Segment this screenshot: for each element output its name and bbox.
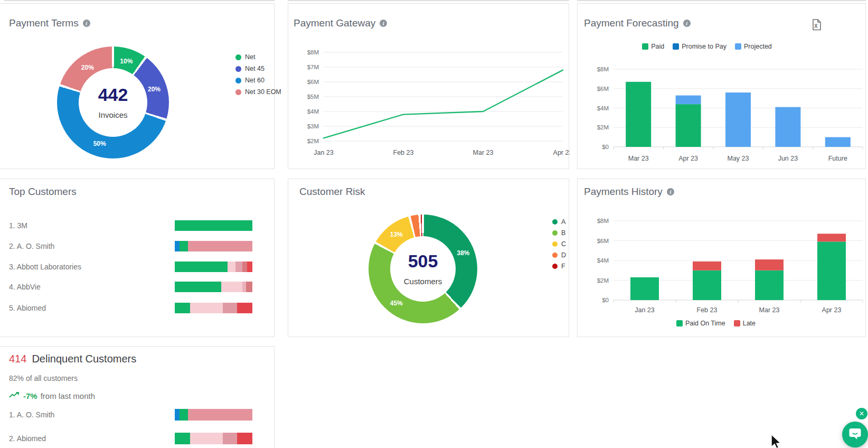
- customer-bar[interactable]: [175, 262, 252, 272]
- legend-item[interactable]: Net 45: [235, 63, 281, 74]
- y-axis-label: $3M: [307, 123, 319, 129]
- bar-segment: [180, 241, 188, 251]
- legend-label: Paid: [651, 43, 664, 50]
- y-axis-label: $0: [602, 297, 609, 303]
- legend-square-icon: [676, 320, 683, 326]
- bar-segment: [188, 409, 252, 421]
- bar-segment[interactable]: [755, 270, 784, 300]
- history-legend: Paid On TimeLate: [578, 320, 854, 327]
- card-title: Payment Gateway: [294, 17, 375, 29]
- bar-segment[interactable]: [626, 82, 651, 147]
- invoice-count-label: Invoices: [98, 110, 127, 119]
- customer-name: 5. Abiomed: [9, 304, 46, 312]
- payments-history-card: Payments History i $0$2M$4M$6M$8MJan 23F…: [577, 179, 866, 337]
- x-axis-label: May 23: [728, 155, 749, 162]
- y-axis-label: $5M: [307, 94, 319, 100]
- bar-segment[interactable]: [630, 277, 659, 300]
- customer-bar[interactable]: [175, 282, 252, 292]
- legend-label: Net 45: [245, 65, 265, 72]
- bar-segment: [223, 303, 237, 313]
- bar-segment[interactable]: [676, 104, 701, 147]
- prev-card-edge: [4, 0, 275, 1]
- legend-label: C: [561, 240, 566, 248]
- export-excel-icon[interactable]: X: [812, 19, 822, 33]
- payment-gateway-chart: $2M$3M$4M$5M$6M$7M$8MJan 23Feb 23Mar 23A…: [288, 41, 570, 167]
- payment-terms-donut[interactable]: 442 Invoices 10%20%50%20%: [57, 46, 169, 158]
- bar-segment: [175, 282, 221, 292]
- donut-center: 505 Customers: [390, 236, 456, 302]
- bar-segment[interactable]: [775, 107, 800, 147]
- legend-square-icon: [734, 320, 740, 326]
- legend-item[interactable]: Projected: [735, 43, 772, 50]
- info-icon[interactable]: i: [380, 20, 387, 27]
- customer-bar[interactable]: [175, 303, 252, 313]
- top-customers-card: Top Customers 1. 3M2. A. O. Smith3. Abbo…: [0, 179, 275, 337]
- bar-segment[interactable]: [725, 92, 751, 147]
- bar-segment: [246, 282, 252, 292]
- customer-risk-donut[interactable]: 505 Customers 38%45%13%: [369, 214, 477, 323]
- legend-item[interactable]: Late: [734, 320, 756, 327]
- legend-item[interactable]: C: [552, 238, 566, 249]
- customer-bar[interactable]: [175, 433, 252, 444]
- legend-item[interactable]: D: [552, 249, 566, 260]
- x-axis-label: Jan 23: [635, 306, 655, 314]
- legend-item[interactable]: Paid On Time: [676, 320, 725, 327]
- bar-segment: [235, 262, 242, 272]
- card-title: Payment Terms: [9, 17, 79, 29]
- y-axis-label: $2M: [597, 277, 609, 284]
- bar-segment: [175, 433, 190, 444]
- bar-segment: [242, 282, 246, 292]
- slice-percent-label: 20%: [81, 64, 94, 71]
- prev-card-edge: [288, 0, 569, 1]
- payment-terms-card: Payment Terms i 442 Invoices 10%20%50%20…: [0, 3, 275, 169]
- invoice-count: 442: [98, 86, 128, 104]
- legend-label: Net 60: [245, 77, 265, 84]
- legend-item[interactable]: A: [552, 216, 566, 227]
- bar-segment[interactable]: [693, 262, 721, 270]
- customer-row: 2. Abiomed: [0, 433, 274, 444]
- legend-square-icon: [673, 43, 679, 50]
- legend-item[interactable]: Net 30 EOM: [235, 86, 281, 98]
- customer-bar[interactable]: [175, 220, 252, 231]
- legend-item[interactable]: Promise to Pay: [673, 43, 727, 50]
- bar-segment[interactable]: [825, 137, 851, 147]
- bar-segment[interactable]: [755, 259, 784, 270]
- customer-name: 3. Abbott Laboratories: [9, 263, 81, 271]
- bar-segment: [175, 409, 180, 421]
- customer-row: 1. 3M: [0, 220, 274, 231]
- bar-segment[interactable]: [817, 234, 846, 241]
- slice-percent-label: 10%: [120, 58, 133, 65]
- customer-row: 1. A. O. Smith: [0, 409, 274, 421]
- legend-item[interactable]: F: [552, 260, 566, 272]
- chat-close-button[interactable]: ✕: [856, 408, 867, 419]
- legend-item[interactable]: Net: [235, 51, 281, 63]
- bar-segment: [228, 262, 235, 272]
- y-axis-label: $8M: [597, 218, 609, 224]
- legend-item[interactable]: B: [552, 227, 566, 238]
- payment-gateway-card: Payment Gateway i $2M$3M$4M$5M$6M$7M$8MJ…: [288, 3, 569, 169]
- bar-segment: [180, 409, 188, 421]
- customer-bar[interactable]: [175, 241, 252, 251]
- chat-launcher-button[interactable]: [842, 422, 868, 447]
- bar-segment[interactable]: [693, 270, 721, 300]
- legend-dot-icon: [552, 230, 558, 236]
- bar-segment[interactable]: [676, 96, 701, 105]
- y-axis-label: $4M: [597, 257, 609, 264]
- legend-label: B: [561, 229, 565, 237]
- info-icon[interactable]: i: [83, 20, 90, 27]
- legend-label: Projected: [744, 43, 772, 50]
- bar-segment: [175, 241, 180, 251]
- svg-text:X: X: [814, 23, 818, 29]
- y-axis-label: $7M: [307, 64, 319, 70]
- info-icon[interactable]: i: [667, 188, 674, 195]
- legend-dot-icon: [235, 78, 241, 83]
- info-icon[interactable]: i: [683, 20, 691, 27]
- legend-item[interactable]: Net 60: [235, 74, 281, 86]
- customer-row: 2. A. O. Smith: [0, 241, 274, 251]
- slice-percent-label: 38%: [457, 249, 469, 257]
- bar-segment: [175, 262, 228, 272]
- bar-segment[interactable]: [817, 241, 846, 300]
- legend-item[interactable]: Paid: [642, 43, 664, 50]
- customer-bar[interactable]: [175, 409, 252, 421]
- trend-line[interactable]: [324, 70, 563, 138]
